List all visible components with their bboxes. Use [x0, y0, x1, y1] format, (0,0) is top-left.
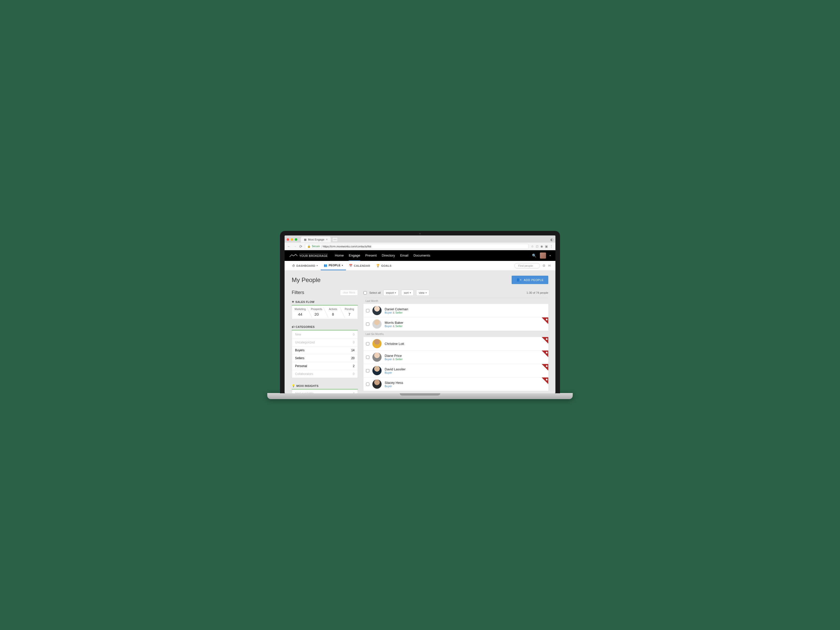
category-row[interactable]: Personal2 [292, 362, 358, 370]
person-row[interactable]: Stacey Hess Buyer [363, 377, 548, 391]
person-name: Morris Baker [385, 321, 403, 325]
flag-icon [542, 351, 548, 357]
subnav-dashboard[interactable]: ⏱ DASHBOARD ▾ [289, 262, 321, 270]
url-text: https://crm.moxiworks.com/contacts/list [323, 245, 371, 248]
clear-filters-button[interactable]: clear filters [340, 290, 358, 295]
category-row[interactable]: Buyers14 [292, 346, 358, 354]
user-menu-caret[interactable]: ▾ [549, 254, 551, 257]
person-checkbox[interactable] [366, 342, 369, 346]
forward-button[interactable]: → [293, 244, 297, 248]
sort-dropdown[interactable]: sort▾ [401, 290, 414, 296]
ext-icon-2[interactable]: ◉ [540, 245, 543, 248]
ext-icon-3[interactable]: ▣ [545, 245, 548, 248]
window-minimize[interactable] [291, 238, 293, 241]
insights-row[interactable]: Intel available 4 [292, 390, 358, 393]
nav-engage[interactable]: Engage [349, 251, 360, 261]
category-label: New [295, 333, 301, 336]
category-row[interactable]: New0 [292, 331, 358, 339]
search-icon[interactable]: 🔍 [532, 254, 536, 257]
gear-icon[interactable]: ⚙ [542, 264, 545, 267]
star-icon: ★ [292, 300, 294, 303]
dashboard-icon: ⏱ [292, 264, 295, 267]
person-row[interactable]: David Lassiter Buyer [363, 364, 548, 377]
lock-icon: 🔒 [307, 245, 311, 248]
person-row[interactable]: Daniel Coleman Buyer & Seller [363, 304, 548, 317]
brand-logo[interactable]: YOUR BROKERAGE [289, 253, 328, 258]
person-avatar [373, 379, 382, 389]
new-tab-button[interactable]: ⋯ [332, 237, 338, 242]
tab-close-icon[interactable]: × [326, 238, 328, 241]
categories-header: 🏷 CATEGORIES [292, 323, 358, 330]
subnav-calendar[interactable]: 📅 CALENDAR [346, 261, 373, 270]
person-row[interactable]: Morris Baker Buyer & Seller [363, 317, 548, 331]
person-name: Stacey Hess [385, 381, 403, 385]
insights-header: 💡 MOXI INSIGHTS [292, 382, 358, 390]
section-last-month: Last Month [363, 298, 548, 304]
category-count: 0 [353, 372, 355, 376]
flow-pending[interactable]: Pending 7 [341, 306, 358, 319]
ext-icon-1[interactable]: ◻ [536, 245, 538, 248]
find-people-input[interactable]: Find people [515, 263, 540, 268]
sub-nav: ⏱ DASHBOARD ▾ 👥 PEOPLE ▾ 📅 CALENDAR 🏆 GO… [284, 261, 556, 271]
category-count: 0 [353, 341, 355, 344]
browser-tab-bar: ▦ Moxi Engage × ⋯ ◐ [284, 235, 556, 243]
sales-flow: Marketing 44 Prospects 20 Actives 8 Pe [292, 305, 358, 319]
category-row[interactable]: Collaborators0 [292, 370, 358, 378]
address-bar[interactable]: 🔒 Secure | https://crm.moxiworks.com/con… [305, 244, 529, 249]
filters-title: Filters [292, 290, 304, 295]
person-checkbox[interactable] [366, 309, 369, 312]
person-avatar [373, 339, 382, 348]
select-all-checkbox[interactable] [363, 291, 367, 295]
mail-icon[interactable]: ✉ [548, 264, 551, 267]
nav-directory[interactable]: Directory [382, 251, 395, 261]
insights-list: Intel available 4 [292, 390, 358, 393]
nav-home[interactable]: Home [335, 251, 344, 261]
nav-documents[interactable]: Documents [414, 251, 430, 261]
flow-prospects[interactable]: Prospects 20 [308, 306, 325, 319]
reload-button[interactable]: ⟳ [299, 244, 302, 248]
person-row[interactable]: Diane Price Buyer & Seller [363, 351, 548, 364]
subnav-people[interactable]: 👥 PEOPLE ▾ [321, 261, 346, 270]
tab-favicon: ▦ [304, 238, 306, 241]
person-checkbox[interactable] [366, 382, 369, 386]
browser-tab[interactable]: ▦ Moxi Engage × [301, 237, 331, 242]
window-maximize[interactable] [295, 238, 297, 241]
page-title: My People [292, 276, 321, 284]
flow-marketing[interactable]: Marketing 44 [292, 306, 308, 319]
people-count: 1-30 of 74 people [526, 291, 548, 294]
category-label: Sellers [295, 356, 305, 360]
chevron-down-icon: ▾ [317, 264, 318, 267]
user-avatar[interactable] [540, 253, 546, 259]
tag-icon: 🏷 [292, 325, 295, 328]
flag-icon [542, 364, 548, 371]
person-name: Diane Price [385, 354, 403, 358]
back-button[interactable]: ← [287, 244, 291, 248]
category-row[interactable]: Sellers20 [292, 354, 358, 362]
star-icon[interactable]: ☆ [531, 245, 534, 248]
flow-actives[interactable]: Actives 8 [325, 306, 341, 319]
category-label: Personal [295, 364, 307, 368]
category-count: 2 [353, 364, 355, 368]
export-dropdown[interactable]: export▾ [383, 290, 399, 296]
category-row[interactable]: Uncategorized0 [292, 339, 358, 346]
nav-present[interactable]: Present [365, 251, 377, 261]
view-dropdown[interactable]: view▾ [416, 290, 429, 296]
flag-icon [542, 337, 548, 344]
person-row[interactable]: Christine Lott [363, 337, 548, 351]
person-checkbox[interactable] [366, 322, 369, 326]
section-last-six-months: Last Six Months [363, 331, 548, 337]
add-people-button[interactable]: 👤+ ADD PEOPLE [512, 276, 548, 284]
flag-icon [542, 377, 548, 384]
profile-icon[interactable]: ◐ [550, 237, 553, 242]
nav-email[interactable]: Email [400, 251, 409, 261]
person-avatar [373, 306, 382, 315]
person-checkbox[interactable] [366, 355, 369, 359]
category-label: Uncategorized [295, 341, 314, 344]
person-avatar [373, 352, 382, 362]
menu-icon[interactable]: ⋮ [550, 245, 553, 248]
subnav-goals[interactable]: 🏆 GOALS [373, 261, 395, 270]
window-close[interactable] [287, 238, 289, 241]
person-avatar [373, 319, 382, 328]
person-checkbox[interactable] [366, 369, 369, 373]
person-avatar [373, 366, 382, 375]
